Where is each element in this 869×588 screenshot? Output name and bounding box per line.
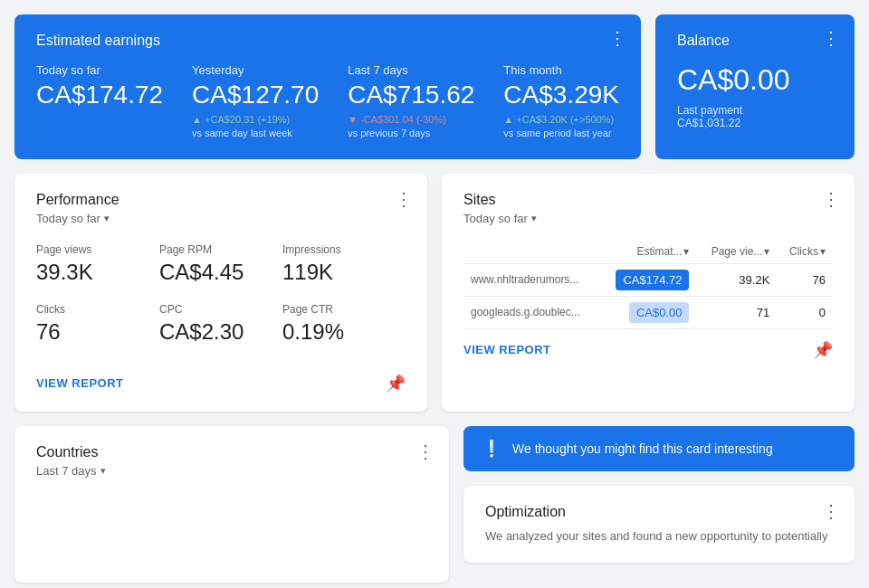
countries-date-arrow: ▾ [100, 465, 106, 477]
performance-menu-button[interactable]: ⋮ [395, 188, 413, 210]
performance-title: Performance [36, 192, 406, 208]
metric-clicks-value: 76 [36, 319, 159, 345]
earnings-yesterday-label: Yesterday [192, 63, 319, 77]
earnings-thismonth-change: ▲ +CA$3.20K (+>500%) [503, 114, 614, 125]
sites-row-1-estimated-value: CA$0.00 [629, 302, 690, 323]
sites-menu-button[interactable]: ⋮ [822, 188, 840, 210]
performance-date-label: Today so far [36, 212, 100, 225]
sites-table: Estimat... ▾ Page vie... ▾ Clicks [463, 240, 833, 329]
sites-col-pageviews-label: Page vie... [711, 245, 763, 258]
sites-view-report-link[interactable]: VIEW REPORT [463, 343, 551, 356]
sites-row-1: googleads.g.doublec... CA$0.00 71 0 [463, 296, 833, 328]
earnings-yesterday-value: CA$127.70 [192, 81, 319, 109]
earnings-today: Today so far CA$174.72 [36, 63, 163, 141]
sites-row-1-site: googleads.g.doublec... [463, 296, 600, 328]
balance-card-title: Balance [677, 33, 833, 49]
earnings-today-label: Today so far [36, 63, 163, 77]
sites-pin-icon: 📌 [813, 340, 833, 360]
earnings-menu-button[interactable]: ⋮ [608, 29, 626, 47]
metric-cpc-value: CA$2.30 [159, 319, 282, 345]
interesting-icon: ❕ [482, 439, 501, 459]
earnings-last7-value: CA$715.62 [348, 81, 474, 109]
sites-row-1-pageviews: 71 [696, 296, 777, 328]
earnings-last7-compare: vs previous 7 days [348, 128, 430, 138]
earnings-yesterday-change: ▲ +CA$20.31 (+19%) [192, 114, 290, 125]
sites-row-0-pageviews: 39.2K [696, 263, 777, 296]
countries-content-placeholder [36, 492, 427, 564]
earnings-last7-sub: ▼ -CA$301.04 (-30%) vs previous 7 days [348, 113, 474, 141]
performance-date-row[interactable]: Today so far ▾ [36, 212, 406, 225]
performance-view-report-row: VIEW REPORT 📌 [36, 374, 406, 394]
earnings-yesterday: Yesterday CA$127.70 ▲ +CA$20.31 (+19%) v… [192, 63, 319, 141]
countries-date-row[interactable]: Last 7 days ▾ [36, 464, 427, 478]
balance-sub-value: CA$1,031.22 [677, 117, 740, 129]
sites-view-report-row: VIEW REPORT 📌 [463, 340, 833, 360]
balance-sub-label: Last payment [677, 104, 742, 117]
earnings-card-title: Estimated earnings [36, 33, 619, 49]
metric-page-views: Page views 39.3K [36, 243, 159, 285]
earnings-yesterday-compare: vs same day last week [192, 128, 292, 138]
metric-clicks-label: Clicks [36, 303, 159, 316]
sites-col-pageviews-dropdown[interactable]: Page vie... ▾ [711, 245, 770, 258]
metric-page-views-label: Page views [36, 243, 159, 256]
optimization-text: We analyzed your sites and found a new o… [485, 527, 833, 545]
countries-menu-button[interactable]: ⋮ [416, 441, 434, 462]
sites-row-0-estimated-value: CA$174.72 [616, 270, 689, 290]
sites-col-estimated[interactable]: Estimat... ▾ [600, 240, 697, 264]
metric-page-rpm: Page RPM CA$4.45 [159, 243, 282, 285]
sites-card: Sites ⋮ Today so far ▾ Estimat... ▾ [442, 174, 855, 412]
countries-date-label: Last 7 days [36, 464, 97, 478]
metric-page-ctr: Page CTR 0.19% [282, 303, 406, 345]
sites-col-clicks[interactable]: Clicks ▾ [777, 240, 833, 264]
chevron-down-icon: ▾ [683, 245, 689, 258]
balance-menu-button[interactable]: ⋮ [822, 29, 840, 47]
interesting-text: We thought you might find this card inte… [512, 441, 773, 456]
countries-card: Countries ⋮ Last 7 days ▾ [14, 426, 449, 583]
sites-row-1-estimated: CA$0.00 [600, 296, 697, 328]
countries-title: Countries [36, 444, 427, 460]
earnings-last7: Last 7 days CA$715.62 ▼ -CA$301.04 (-30%… [348, 63, 474, 141]
sites-col-site [463, 240, 600, 264]
metric-impressions: Impressions 119K [282, 243, 406, 285]
chevron-down-icon-2: ▾ [764, 245, 769, 258]
chevron-down-icon-3: ▾ [820, 245, 826, 258]
sites-col-estimated-dropdown[interactable]: Estimat... ▾ [636, 245, 689, 258]
sites-col-clicks-dropdown[interactable]: Clicks ▾ [789, 245, 826, 258]
earnings-thismonth-sub: ▲ +CA$3.20K (+>500%) vs same period last… [503, 113, 619, 141]
metric-clicks: Clicks 76 [36, 303, 159, 345]
earnings-thismonth-value: CA$3.29K [503, 81, 619, 109]
earnings-today-value: CA$174.72 [36, 81, 163, 109]
balance-card: Balance ⋮ CA$0.00 Last payment CA$1,031.… [655, 14, 855, 159]
sites-col-pageviews[interactable]: Page vie... ▾ [696, 240, 777, 264]
metric-cpc-label: CPC [159, 303, 282, 316]
earnings-thismonth-compare: vs same period last year [503, 128, 611, 138]
performance-view-report-link[interactable]: VIEW REPORT [36, 376, 124, 390]
metric-page-ctr-value: 0.19% [282, 319, 406, 345]
metric-page-rpm-value: CA$4.45 [159, 260, 282, 285]
earnings-thismonth: This month CA$3.29K ▲ +CA$3.20K (+>500%)… [503, 63, 619, 141]
performance-metrics-grid: Page views 39.3K Page RPM CA$4.45 Impres… [36, 243, 406, 345]
sites-date-arrow: ▾ [531, 213, 537, 224]
optimization-menu-button[interactable]: ⋮ [822, 500, 840, 522]
balance-value: CA$0.00 [677, 63, 833, 97]
optimization-title: Optimization [485, 504, 833, 520]
sites-row-0-site: www.nhltraderumors... [463, 263, 600, 296]
sites-row-0-estimated: CA$174.72 [600, 263, 697, 296]
performance-date-arrow: ▾ [104, 213, 110, 224]
earnings-last7-label: Last 7 days [348, 63, 474, 77]
balance-sub: Last payment CA$1,031.22 [677, 104, 833, 129]
metric-cpc: CPC CA$2.30 [159, 303, 282, 345]
optimization-card: Optimization ⋮ We analyzed your sites an… [463, 486, 855, 564]
sites-row-0: www.nhltraderumors... CA$174.72 39.2K 76 [463, 263, 833, 296]
sites-date-label: Today so far [463, 212, 528, 225]
metric-impressions-value: 119K [282, 260, 406, 285]
sites-table-header-row: Estimat... ▾ Page vie... ▾ Clicks [463, 240, 833, 264]
performance-pin-icon: 📌 [386, 374, 406, 394]
metric-page-rpm-label: Page RPM [159, 243, 282, 256]
sites-date-row[interactable]: Today so far ▾ [463, 212, 833, 225]
earnings-yesterday-sub: ▲ +CA$20.31 (+19%) vs same day last week [192, 113, 319, 141]
sites-row-0-clicks: 76 [777, 263, 833, 296]
sites-col-clicks-label: Clicks [789, 245, 818, 258]
sites-title: Sites [463, 192, 833, 208]
earnings-grid: Today so far CA$174.72 Yesterday CA$127.… [36, 63, 619, 141]
